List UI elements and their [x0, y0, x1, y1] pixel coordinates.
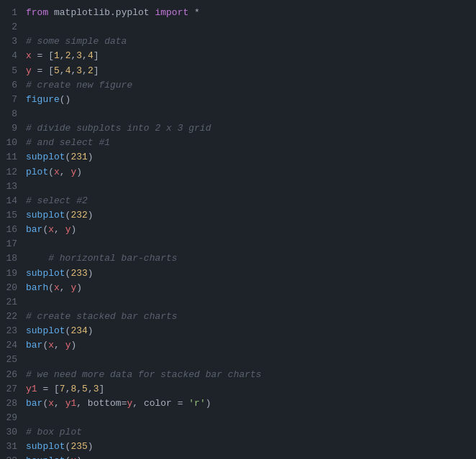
token-cm: # and select #1 — [26, 137, 110, 148]
line-number: 13 — [0, 180, 26, 194]
code-line: 9# divide subplots into 2 x 3 grid — [0, 121, 476, 136]
code-line: 10# and select #1 — [0, 136, 476, 150]
token-pl: ) — [88, 268, 93, 279]
token-fn: bar — [26, 340, 42, 351]
code-line: 28bar(x, y1, bottom=y, color = 'r') — [0, 397, 476, 411]
line-content: boxplot(x) — [26, 454, 82, 459]
code-line: 30# box plot — [0, 425, 476, 440]
token-kw: import — [155, 7, 188, 18]
token-cm: # horizontal bar-charts — [26, 253, 178, 264]
token-pl: , — [60, 50, 65, 61]
token-nm: 3 — [76, 50, 82, 61]
token-va: x — [48, 398, 54, 409]
line-number: 32 — [0, 454, 26, 459]
token-va: y1 — [65, 398, 77, 409]
token-pl: * — [188, 7, 200, 18]
code-line: 27y1 = [7,8,5,3] — [0, 382, 476, 397]
token-cm: # box plot — [26, 427, 82, 437]
token-nm: 232 — [70, 210, 87, 221]
code-line: 2 — [0, 20, 476, 34]
code-line: 16bar(x, y) — [0, 223, 476, 237]
code-line: 3# some simple data — [0, 34, 476, 49]
token-va: x — [54, 282, 60, 293]
line-number: 2 — [0, 20, 26, 34]
token-pl: ) — [76, 455, 82, 459]
token-pl: , — [54, 340, 65, 351]
token-fn: figure — [26, 94, 60, 105]
token-pl: , — [88, 384, 93, 394]
token-pl: ] — [93, 50, 99, 61]
token-pl: , color = — [132, 398, 188, 409]
line-content: # select #2 — [26, 194, 88, 208]
line-number: 4 — [0, 49, 26, 63]
token-pl: ) — [206, 398, 211, 409]
token-fn: subplot — [26, 268, 65, 279]
token-va: y — [26, 65, 32, 76]
token-pl: , bottom= — [76, 398, 127, 409]
token-nm: 3 — [93, 384, 99, 394]
code-line: 29 — [0, 411, 476, 425]
line-content: bar(x, y) — [26, 223, 76, 237]
token-st: 'r' — [188, 398, 205, 409]
line-content: figure() — [26, 93, 70, 107]
token-pl: ) — [88, 210, 93, 221]
token-nm: 231 — [70, 152, 87, 162]
token-cm: # create new figure — [26, 80, 132, 91]
line-number: 3 — [0, 34, 26, 49]
token-fn: plot — [26, 167, 48, 177]
line-number: 1 — [0, 6, 26, 20]
token-pl: , — [60, 167, 71, 177]
code-line: 22# create stacked bar charts — [0, 310, 476, 324]
line-number: 14 — [0, 194, 26, 208]
token-nm: 234 — [70, 325, 87, 336]
token-pl: = [ — [32, 50, 54, 61]
line-number: 29 — [0, 411, 26, 425]
token-va: x — [54, 167, 60, 177]
line-number: 25 — [0, 353, 26, 367]
line-number: 24 — [0, 338, 26, 353]
line-number: 12 — [0, 165, 26, 180]
line-content: # create stacked bar charts — [26, 310, 178, 324]
token-pl: ] — [99, 384, 105, 394]
token-pl: ) — [76, 167, 82, 177]
code-line: 31subplot(235) — [0, 440, 476, 454]
token-fn: barh — [26, 282, 48, 293]
code-line: 6# create new figure — [0, 78, 476, 93]
token-nm: 3 — [76, 65, 82, 76]
line-number: 20 — [0, 281, 26, 295]
token-pl: ) — [88, 325, 93, 336]
line-number: 8 — [0, 107, 26, 121]
line-number: 23 — [0, 324, 26, 338]
token-va: y1 — [26, 384, 37, 394]
token-pl: ) — [88, 441, 93, 452]
token-fn: subplot — [26, 152, 65, 162]
line-number: 7 — [0, 93, 26, 107]
code-line: 20barh(x, y) — [0, 281, 476, 295]
token-va: x — [48, 224, 54, 235]
token-va: x — [48, 340, 54, 351]
token-nm: 5 — [54, 65, 60, 76]
token-pl: ) — [70, 340, 76, 351]
token-pl: , — [54, 398, 65, 409]
line-content: # create new figure — [26, 78, 132, 93]
line-number: 31 — [0, 440, 26, 454]
token-pl: = [ — [37, 384, 60, 394]
line-content: # and select #1 — [26, 136, 110, 150]
token-pl: , — [60, 65, 65, 76]
code-line: 4x = [1,2,3,4] — [0, 49, 476, 63]
line-content: subplot(233) — [26, 266, 93, 281]
line-content: x = [1,2,3,4] — [26, 49, 99, 63]
code-line: 18 # horizontal bar-charts — [0, 251, 476, 266]
token-cm: # we need more data for stacked bar char… — [26, 369, 262, 380]
line-content: bar(x, y) — [26, 338, 76, 353]
line-content: # some simple data — [26, 34, 127, 49]
line-content: bar(x, y1, bottom=y, color = 'r') — [26, 397, 211, 411]
line-number: 18 — [0, 251, 26, 266]
line-number: 17 — [0, 237, 26, 251]
line-number: 28 — [0, 397, 26, 411]
token-pl: () — [60, 94, 71, 105]
code-line: 8 — [0, 107, 476, 121]
line-number: 6 — [0, 78, 26, 93]
line-content: barh(x, y) — [26, 281, 82, 295]
token-pl: ) — [76, 282, 82, 293]
